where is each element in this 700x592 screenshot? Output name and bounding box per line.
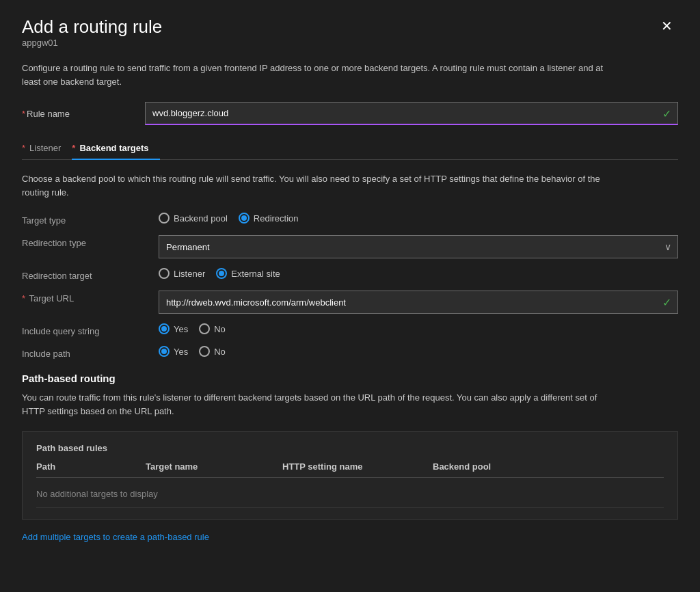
query-string-yes[interactable]: Yes — [159, 323, 188, 334]
include-path-no-radio[interactable] — [199, 346, 210, 357]
include-path-yes-label: Yes — [174, 347, 188, 357]
listener-option-label: Listener — [174, 269, 205, 279]
target-url-required: * — [22, 293, 25, 304]
redirection-target-external[interactable]: External site — [216, 268, 280, 279]
redirection-target-radio-group: Listener External site — [159, 268, 678, 279]
tab-backend-targets[interactable]: * Backend targets — [72, 137, 159, 160]
include-query-string-label: Include query string — [22, 323, 159, 336]
target-type-row: Target type Backend pool Redirection — [22, 213, 678, 226]
include-path-row: Include path Yes No — [22, 346, 678, 359]
redirection-label: Redirection — [254, 213, 299, 224]
include-path-yes-radio[interactable] — [159, 346, 170, 357]
rule-name-input[interactable] — [145, 102, 678, 125]
path-based-routing-desc: You can route traffic from this rule's l… — [22, 391, 610, 418]
query-string-yes-label: Yes — [174, 324, 188, 334]
tab-listener[interactable]: * Listener — [22, 137, 72, 160]
target-url-input-wrap: ✓ — [159, 291, 678, 314]
table-header: Path Target name HTTP setting name Backe… — [36, 461, 664, 478]
include-path-radio-group: Yes No — [159, 346, 678, 357]
redirection-type-select-wrap: Permanent Temporary Found See Other ∨ — [159, 235, 678, 258]
col-header-target-name: Target name — [146, 461, 282, 472]
redirection-target-control: Listener External site — [159, 268, 678, 279]
path-based-routing-title: Path-based routing — [22, 373, 678, 384]
backend-tab-label: Backend targets — [79, 143, 148, 153]
redirection-type-control: Permanent Temporary Found See Other ∨ — [159, 235, 678, 258]
table-empty-message: No additional targets to display — [36, 483, 664, 508]
external-site-label: External site — [231, 269, 280, 279]
add-path-rule-link[interactable]: Add multiple targets to create a path-ba… — [22, 532, 209, 542]
include-query-string-radio-group: Yes No — [159, 323, 678, 334]
required-marker: * — [22, 109, 25, 119]
backend-tab-required: * — [72, 143, 75, 153]
close-button[interactable]: ✕ — [656, 16, 678, 36]
redirection-type-label: Redirection type — [22, 235, 159, 248]
rule-name-input-wrap: ✓ — [145, 102, 678, 125]
target-url-check-icon: ✓ — [662, 296, 671, 309]
query-string-yes-radio[interactable] — [159, 323, 170, 334]
include-path-label: Include path — [22, 346, 159, 359]
external-site-radio[interactable] — [216, 268, 227, 279]
panel-title-block: Add a routing rule appgw01 — [22, 16, 162, 59]
panel-header: Add a routing rule appgw01 ✕ — [22, 16, 678, 59]
include-query-string-control: Yes No — [159, 323, 678, 334]
redirection-target-listener[interactable]: Listener — [159, 268, 205, 279]
target-url-label: * Target URL — [22, 291, 159, 304]
redirection-target-label: Redirection target — [22, 268, 159, 281]
target-type-control: Backend pool Redirection — [159, 213, 678, 224]
include-path-yes[interactable]: Yes — [159, 346, 188, 357]
redirection-target-row: Redirection target Listener External sit… — [22, 268, 678, 281]
section-description: Choose a backend pool to which this rout… — [22, 172, 610, 199]
add-routing-rule-panel: Add a routing rule appgw01 ✕ Configure a… — [0, 0, 700, 592]
path-rules-box-title: Path based rules — [36, 443, 664, 453]
col-header-path: Path — [36, 461, 146, 472]
col-header-http-setting: HTTP setting name — [282, 461, 433, 472]
query-string-no[interactable]: No — [199, 323, 226, 334]
listener-tab-required: * — [22, 143, 25, 153]
listener-radio[interactable] — [159, 268, 170, 279]
query-string-no-radio[interactable] — [199, 323, 210, 334]
include-path-no[interactable]: No — [199, 346, 226, 357]
include-query-string-row: Include query string Yes No — [22, 323, 678, 336]
tabs-row: * Listener * Backend targets — [22, 137, 678, 160]
redirection-radio[interactable] — [239, 213, 250, 224]
target-type-redirection[interactable]: Redirection — [239, 213, 299, 224]
panel-title: Add a routing rule — [22, 16, 162, 38]
redirection-type-select[interactable]: Permanent Temporary Found See Other — [159, 235, 678, 258]
include-path-control: Yes No — [159, 346, 678, 357]
target-type-backend-pool[interactable]: Backend pool — [159, 213, 228, 224]
panel-subtitle: appgw01 — [22, 38, 162, 48]
redirection-type-row: Redirection type Permanent Temporary Fou… — [22, 235, 678, 258]
listener-tab-label: Listener — [29, 143, 61, 153]
rule-name-label: *Rule name — [22, 109, 145, 119]
target-url-input[interactable] — [159, 291, 678, 314]
target-url-control: ✓ — [159, 291, 678, 314]
target-type-radio-group: Backend pool Redirection — [159, 213, 678, 224]
path-based-routing-section: Path-based routing You can route traffic… — [22, 373, 678, 543]
query-string-no-label: No — [214, 324, 226, 334]
backend-pool-radio[interactable] — [159, 213, 170, 224]
col-header-backend-pool: Backend pool — [433, 461, 542, 472]
include-path-no-label: No — [214, 347, 226, 357]
path-rules-box: Path based rules Path Target name HTTP s… — [22, 431, 678, 520]
target-type-label: Target type — [22, 213, 159, 226]
rule-name-check-icon: ✓ — [662, 107, 671, 120]
backend-pool-label: Backend pool — [174, 213, 228, 224]
rule-name-row: *Rule name ✓ — [22, 102, 678, 125]
target-url-row: * Target URL ✓ — [22, 291, 678, 314]
panel-description: Configure a routing rule to send traffic… — [22, 62, 610, 88]
